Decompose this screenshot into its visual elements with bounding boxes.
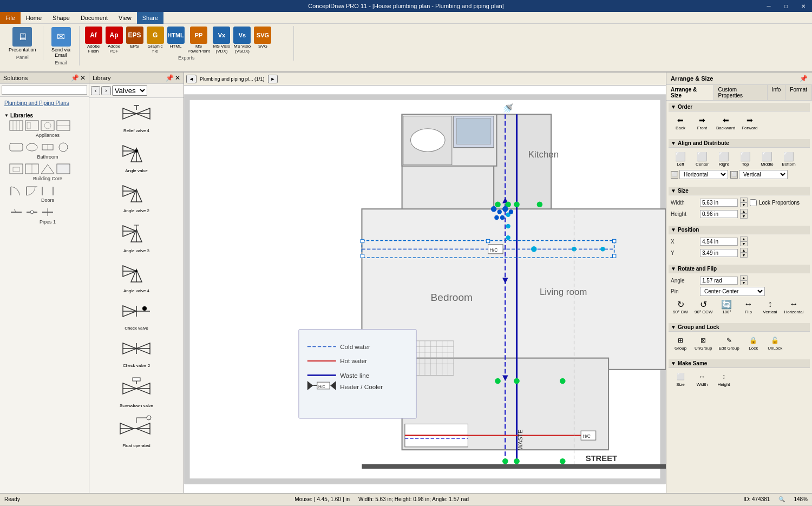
order-back-button[interactable]: ⬅ Back <box>671 114 690 132</box>
make-same-width-button[interactable]: ↔ Width <box>692 370 712 388</box>
lib-item-angle-valve[interactable]: Angle valve <box>91 137 181 173</box>
group-lock-section-header[interactable]: ▼ Group and Lock <box>669 323 810 332</box>
lock-button[interactable]: 🔒 Lock <box>744 334 763 352</box>
library-back-button[interactable]: ‹ <box>91 86 100 95</box>
maximize-button[interactable]: □ <box>777 0 795 12</box>
ribbon-btn-html[interactable]: HTML HTML <box>166 26 186 54</box>
library-dropdown[interactable]: Valves Pipes Fittings <box>112 86 147 96</box>
width-down-button[interactable]: ▼ <box>740 202 748 207</box>
menu-file[interactable]: File <box>0 12 21 24</box>
solutions-close-icon[interactable]: ✕ <box>80 74 86 82</box>
menu-share[interactable]: Share <box>137 12 163 24</box>
lib-item-angle-valve-3[interactable]: Angle valve 3 <box>91 218 181 253</box>
lib-item-screwdown-valve[interactable]: Screwdown valve <box>91 372 181 408</box>
canvas-scroll-left[interactable]: ◄ <box>186 75 197 83</box>
menu-home[interactable]: Home <box>21 12 47 24</box>
x-down-button[interactable]: ▼ <box>740 241 748 246</box>
height-down-button[interactable]: ▼ <box>740 214 748 219</box>
x-input[interactable] <box>700 238 738 246</box>
lock-proportions-checkbox[interactable] <box>750 199 757 206</box>
ribbon-btn-adobe-flash[interactable]: Af AdobeFlash <box>84 26 103 54</box>
menu-view[interactable]: View <box>113 12 137 24</box>
make-same-height-button[interactable]: ↕ Height <box>714 370 734 388</box>
order-forward-button[interactable]: ➡ Forward <box>739 114 759 132</box>
ungroup-button[interactable]: ⊠ UnGroup <box>692 334 714 352</box>
ribbon-btn-ms-powerpoint[interactable]: PP MSPowerPoint <box>187 26 211 54</box>
ribbon-btn-svg[interactable]: SVG SVG <box>253 26 272 54</box>
y-up-button[interactable]: ▲ <box>740 248 748 253</box>
angle-input[interactable] <box>700 277 738 285</box>
ribbon-btn-graphic[interactable]: G Graphicfile <box>146 26 165 54</box>
solutions-search-input[interactable] <box>2 86 87 95</box>
order-section-header[interactable]: ▼ Order <box>669 103 810 111</box>
tab-custom-properties[interactable]: Custom Properties <box>714 85 768 100</box>
align-right-button[interactable]: ⬜ Right <box>714 150 734 168</box>
ribbon-btn-eps[interactable]: EPS EPS <box>125 26 145 54</box>
order-backward-button[interactable]: ⬅ Backward <box>714 114 737 132</box>
canvas-container[interactable]: Bedroom Kitchen Living room <box>184 86 666 493</box>
rotate-180-button[interactable]: 🔄 180° <box>717 298 736 316</box>
right-panel-pin-icon[interactable]: 📌 <box>800 75 808 82</box>
unlock-button[interactable]: 🔓 UnLock <box>765 334 785 352</box>
flip-horizontal-button[interactable]: ↔ Horizontal <box>782 298 806 316</box>
align-section-header[interactable]: ▼ Align and Distribute <box>669 139 810 148</box>
align-middle-button[interactable]: ⬜ Middle <box>757 150 777 168</box>
canvas-scroll-right[interactable]: ► <box>268 75 278 83</box>
lib-item-check-valve[interactable]: Check valve <box>91 298 181 331</box>
close-button[interactable]: ✕ <box>795 0 812 12</box>
x-label: X <box>671 239 698 245</box>
rotate-90ccw-button[interactable]: ↺ 90° CCW <box>692 298 715 316</box>
lib-item-angle-valve-4[interactable]: Angle valve 4 <box>91 258 181 293</box>
solutions-pin-icon[interactable]: 📌 <box>71 74 79 82</box>
lib-item-check-valve-2[interactable]: Check valve 2 <box>91 335 181 368</box>
ribbon-btn-send-email[interactable]: ✉ Send viaEmail <box>48 26 75 59</box>
align-top-button[interactable]: ⬜ Top <box>736 150 755 168</box>
vertical-dropdown[interactable]: Vertical Horizontal <box>739 170 788 179</box>
solutions-tree-item-plumbing[interactable]: Plumbing and Piping Plans <box>2 99 87 107</box>
align-bottom-button[interactable]: ⬜ Bottom <box>779 150 798 168</box>
horizontal-dropdown[interactable]: Horizontal Vertical <box>679 170 728 179</box>
rotate-section-header[interactable]: ▼ Rotate and Flip <box>669 265 810 273</box>
y-input[interactable] <box>700 249 738 257</box>
ribbon-btn-ms-visio-vsdx[interactable]: Vs MS Visio(VSDX) <box>232 26 252 54</box>
make-same-size-button[interactable]: ⬜ Size <box>671 370 690 388</box>
angle-down-button[interactable]: ▼ <box>740 280 748 285</box>
height-input[interactable] <box>700 210 738 218</box>
angle-up-button[interactable]: ▲ <box>740 275 748 280</box>
size-section-header[interactable]: ▼ Size <box>669 187 810 195</box>
order-front-button[interactable]: ➡ Front <box>692 114 712 132</box>
lib-item-angle-valve-2[interactable]: Angle valve 2 <box>91 178 181 213</box>
align-left-button[interactable]: ⬜ Left <box>671 150 690 168</box>
pin-dropdown[interactable]: Center-Center Top-Left Top-Center <box>700 287 765 296</box>
flip-button[interactable]: ↔ Flip <box>738 298 758 316</box>
x-up-button[interactable]: ▲ <box>740 236 748 241</box>
ribbon-btn-adobe-pdf[interactable]: Ap AdobePDF <box>104 26 124 54</box>
position-triangle-icon: ▼ <box>671 227 676 233</box>
ribbon-btn-ms-visio-vdx[interactable]: Vx MS Visio(VDX) <box>212 26 231 54</box>
main-canvas-svg[interactable]: Bedroom Kitchen Living room <box>184 86 666 493</box>
tab-info[interactable]: Info <box>768 85 786 100</box>
library-forward-button[interactable]: › <box>101 86 110 95</box>
width-up-button[interactable]: ▲ <box>740 198 748 202</box>
width-input[interactable] <box>700 199 738 207</box>
height-up-button[interactable]: ▲ <box>740 209 748 214</box>
library-close-icon[interactable]: ✕ <box>175 74 180 82</box>
menu-document[interactable]: Document <box>75 12 113 24</box>
edit-group-button[interactable]: ✎ Edit Group <box>716 334 741 352</box>
minimize-button[interactable]: ─ <box>760 0 777 12</box>
menu-shape[interactable]: Shape <box>47 12 75 24</box>
flip-vertical-button[interactable]: ↕ Vertical <box>760 298 780 316</box>
ribbon-btn-presentation[interactable]: 🖥 Presentation <box>6 26 38 54</box>
library-pin-icon[interactable]: 📌 <box>166 74 174 82</box>
y-down-button[interactable]: ▼ <box>740 253 748 258</box>
align-center-button[interactable]: ⬜ Center <box>692 150 712 168</box>
group-lock-section-content: ⊞ Group ⊠ UnGroup ✎ Edit Group 🔒 <box>669 332 810 356</box>
lib-item-float-operated[interactable]: Float operated <box>91 412 181 448</box>
lib-item-relief-valve-4[interactable]: Relief valve 4 <box>91 100 181 133</box>
position-section-header[interactable]: ▼ Position <box>669 226 810 234</box>
tab-arrange-size[interactable]: Arrange & Size <box>666 85 714 100</box>
group-button[interactable]: ⊞ Group <box>671 334 690 352</box>
rotate-90cw-button[interactable]: ↻ 90° CW <box>671 298 690 316</box>
tab-format[interactable]: Format <box>785 85 812 100</box>
make-same-section-header[interactable]: ▼ Make Same <box>669 359 810 368</box>
